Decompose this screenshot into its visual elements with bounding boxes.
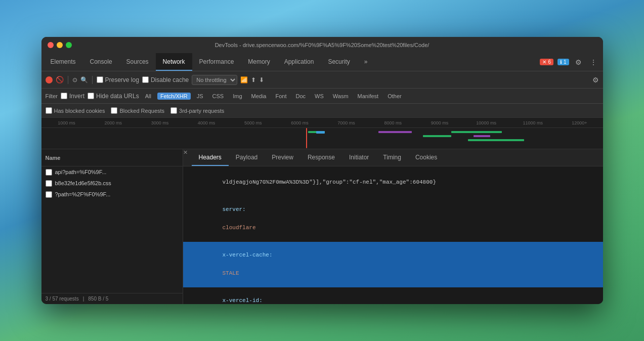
has-blocked-cookies-checkbox[interactable] [46,107,52,114]
info-badge[interactable]: ℹ 1 [557,59,569,65]
filter-pill-ws[interactable]: WS [312,93,327,100]
minimize-button[interactable] [57,42,63,48]
tab-headers[interactable]: Headers [192,149,229,166]
tab-payload-label: Payload [236,154,257,161]
blocked-requests-label[interactable]: Blocked Requests [111,107,164,114]
filter-pill-all[interactable]: All [142,93,154,100]
timeline-area: 1000 ms 2000 ms 3000 ms 4000 ms 5000 ms … [41,118,603,149]
request-item-name-3: ?path=%2F%F0%9F... [55,191,111,197]
third-party-requests-label[interactable]: 3rd-party requests [170,107,224,114]
preserve-log-checkbox[interactable] [97,76,103,83]
tab-security[interactable]: Security [321,53,357,71]
throttle-select[interactable]: No throttling [192,75,237,85]
filter-pill-fetch-xhr[interactable]: Fetch/XHR [157,93,191,100]
request-item-checkbox-2[interactable] [46,180,52,187]
tab-response[interactable]: Response [300,149,342,166]
response-body[interactable]: vldjeagjoNg7G%2F0mwA%3D%3D"}],"group":"c… [183,166,603,304]
filter-pill-wasm[interactable]: Wasm [330,93,352,100]
tab-performance[interactable]: Performance [192,53,241,71]
top-tabs: Elements Console Sources Network Perform… [41,53,603,71]
filter-pill-img[interactable]: Img [230,93,245,100]
more-options-icon[interactable]: ⋮ [588,56,599,68]
import-icon[interactable]: ⬆ [251,76,256,83]
tab-sources[interactable]: Sources [119,53,156,71]
invert-label[interactable]: Invert [61,93,84,100]
tab-headers-label: Headers [199,154,222,161]
filter-pill-media[interactable]: Media [248,93,270,100]
invert-checkbox[interactable] [61,93,67,99]
tab-network-label: Network [163,58,185,65]
name-column-header: Name [46,155,61,161]
third-party-requests-text: 3rd-party requests [179,108,224,114]
left-panel: Name api?path=%F0%9F... b8e32fe1d6e5f62b… [41,149,183,304]
sub-tabs: ✕ Headers Payload Preview Response Initi… [183,149,603,166]
response-line-server: server: cloudflare [183,196,603,242]
filter-pill-other[interactable]: Other [384,93,405,100]
record-button[interactable] [46,76,53,83]
blocked-requests-checkbox[interactable] [111,107,117,114]
request-count: 3 / 57 requests [46,296,79,302]
disable-cache-label[interactable]: Disable cache [142,76,189,83]
ruler-mark-2: 2000 ms [90,120,137,125]
request-item-checkbox-1[interactable] [46,169,52,176]
network-settings-icon[interactable]: ⚙ [592,76,599,84]
list-item[interactable]: ?path=%2F%F0%9F... [41,189,183,200]
ruler-marks: 1000 ms 2000 ms 3000 ms 4000 ms 5000 ms … [44,120,603,125]
response-line-x-vercel-id: x-vercel-id: sin1::iad1::t5vm9-164450764… [183,287,603,304]
disable-cache-checkbox[interactable] [142,76,149,83]
filter-pill-js-label: JS [197,93,203,99]
tab-console-label: Console [90,58,112,65]
panel-header: Name [41,149,183,166]
filter-pill-other-label: Other [388,93,402,99]
tab-cookies[interactable]: Cookies [408,149,444,166]
filter-pill-css[interactable]: CSS [209,93,227,100]
tab-cookies-label: Cookies [415,154,437,161]
request-list[interactable]: api?path=%F0%9F... b8e32fe1d6e5f62b.css … [41,166,183,293]
maximize-button[interactable] [66,42,72,48]
close-button[interactable] [48,42,54,48]
tab-preview[interactable]: Preview [265,149,300,166]
error-badge[interactable]: ✕ 6 [540,59,553,65]
tab-network[interactable]: Network [156,53,192,71]
tab-payload[interactable]: Payload [229,149,265,166]
has-blocked-cookies-label[interactable]: Has blocked cookies [46,107,105,114]
tab-console[interactable]: Console [83,53,119,71]
response-line-1-text: vldjeagjoNg7G%2F0mwA%3D%3D"}],"group":"c… [223,179,436,185]
tab-application[interactable]: Application [277,53,321,71]
tab-timing[interactable]: Timing [376,149,408,166]
settings-icon[interactable]: ⚙ [573,56,584,68]
network-conditions-icon[interactable]: 📶 [240,76,248,83]
third-party-requests-checkbox[interactable] [170,107,177,114]
ruler-mark-6: 6000 ms [276,120,323,125]
x-vercel-cache-key: x-vercel-cache: [223,252,273,258]
request-item-checkbox-3[interactable] [46,191,52,198]
right-panel: ✕ Headers Payload Preview Response Initi… [183,149,603,304]
hide-data-urls-label[interactable]: Hide data URLs [88,93,139,100]
server-val: cloudflare [223,225,256,231]
clear-button[interactable]: 🚫 [56,76,64,83]
hide-data-urls-checkbox[interactable] [88,93,94,99]
preserve-log-text: Preserve log [105,76,139,83]
list-item[interactable]: b8e32fe1d6e5f62b.css [41,178,183,189]
tab-elements[interactable]: Elements [44,53,83,71]
export-icon[interactable]: ⬇ [259,76,264,83]
filter-pill-doc[interactable]: Doc [293,93,309,100]
has-blocked-cookies-text: Has blocked cookies [54,108,105,114]
filter-pill-manifest[interactable]: Manifest [355,93,382,100]
disable-cache-text: Disable cache [151,76,189,83]
tab-memory[interactable]: Memory [241,53,277,71]
tab-initiator-label: Initiator [349,154,369,161]
filter-pill-font[interactable]: Font [273,93,290,100]
close-panel-button[interactable]: ✕ [183,149,188,166]
filter-pill-js[interactable]: JS [194,93,206,100]
ruler-mark-9: 9000 ms [416,120,463,125]
tab-initiator[interactable]: Initiator [342,149,376,166]
tab-more[interactable]: » [357,53,375,71]
search-icon[interactable]: 🔍 [80,76,88,83]
ruler-mark-7: 7000 ms [323,120,370,125]
filter-icon[interactable]: ⊙ [72,76,77,83]
list-item[interactable]: api?path=%F0%9F... [41,166,183,178]
filter-pill-img-label: Img [233,93,242,99]
title-bar: DevTools - drive.spencerwoo.com/%F0%9F%A… [41,37,603,53]
preserve-log-label[interactable]: Preserve log [97,76,139,83]
